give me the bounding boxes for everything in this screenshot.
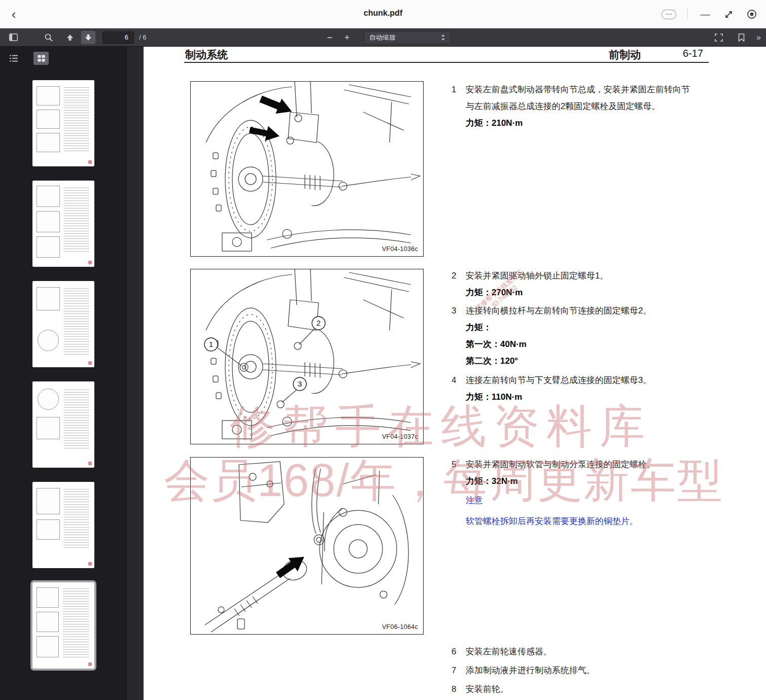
more-tools-button[interactable]: » [756, 33, 761, 42]
zoom-controls: − + 自动缩放 [322, 28, 451, 47]
zoom-select-label: 自动缩放 [369, 33, 396, 42]
step-text: 安装左前盘式制动器带转向节总成，安装并紧固左前转向节与左前减振器总成连接的2颗固… [466, 81, 691, 115]
page-header-number: 6-17 [683, 48, 703, 59]
callout-2: 2 [317, 319, 321, 327]
arrow-down-icon [85, 34, 92, 41]
figure-brake-knuckle-install: VF04-1036c [190, 81, 424, 257]
zoom-in-button[interactable]: + [339, 31, 355, 44]
minimize-icon: — [701, 9, 710, 20]
ellipsis-icon: ⋯ [666, 10, 672, 18]
step-number: 4 [451, 372, 463, 389]
divider [687, 9, 688, 20]
page-header-section: 制动系统 [185, 48, 228, 62]
step-text: 连接转向横拉杆与左前转向节连接的固定螺母2。 [466, 302, 691, 319]
fullscreen-icon [715, 33, 723, 42]
figure-brake-hose-install: VF06-1064c [190, 457, 424, 635]
figure-3-line-art [191, 458, 423, 634]
step-text: 安装并紧固制动软管与制动分泵连接的固定螺栓。 [466, 456, 691, 473]
pdf-page: 制动系统 前制动 6-17 [144, 47, 766, 700]
page-thumbnail-1[interactable] [30, 80, 97, 166]
thumb-logo [88, 662, 92, 666]
torque-pass-1: 第一次：40N·m [466, 336, 691, 353]
more-actions-button[interactable]: ⋯ [661, 10, 676, 19]
figure-2-line-art: 1 2 3 [191, 269, 423, 444]
step-text: 添加制动液并进行制动系统排气。 [466, 662, 691, 679]
note-text: 软管螺栓拆卸后再安装需要更换新的铜垫片。 [466, 513, 691, 530]
thumbnails-view-button[interactable] [33, 52, 49, 65]
torque-pass-2: 第二次：120° [466, 353, 691, 369]
step-6: 6 安装左前轮速传感器。 [451, 643, 708, 660]
screen-record-button[interactable] [746, 8, 758, 20]
step-number: 7 [451, 662, 463, 679]
search-button[interactable] [42, 31, 56, 44]
grid-icon [38, 55, 45, 62]
step-4: 4 连接左前转向节与下支臂总成连接的固定螺母3。 力矩：110N·m [451, 372, 708, 405]
figure-3-label: VF06-1064c [382, 623, 418, 631]
step-8: 8 安装前轮。 [451, 681, 708, 697]
bookmark-icon [738, 33, 745, 42]
sidebar-view-buttons [6, 52, 49, 65]
window-title: chunk.pdf [0, 9, 766, 18]
thumb-logo [88, 160, 92, 164]
step-number: 8 [451, 681, 463, 697]
zoom-out-button[interactable]: − [322, 31, 337, 44]
outline-icon [10, 55, 18, 62]
minimize-button[interactable]: — [699, 8, 711, 20]
pdf-viewer-app: ‹ chunk.pdf ⋯ — / 6 − [0, 0, 766, 700]
step-number: 1 [451, 81, 463, 98]
select-arrows-icon [441, 34, 445, 41]
torque-spec: 力矩：210N·m [466, 115, 691, 131]
bookmark-button[interactable] [734, 31, 748, 44]
step-3: 3 连接转向横拉杆与左前转向节连接的固定螺母2。 力矩： 第一次：40N·m 第… [451, 302, 708, 369]
figure-fastener-callouts: 1 2 3 VF04-1037c [190, 269, 424, 444]
figure-1-label: VF04-1036c [382, 246, 418, 253]
step-7: 7 添加制动液并进行制动系统排气。 [451, 662, 708, 679]
page-thumbnail-2[interactable] [30, 181, 97, 267]
record-icon [747, 9, 757, 19]
torque-spec: 力矩：110N·m [466, 389, 691, 405]
callout-3: 3 [298, 379, 302, 388]
callout-1: 1 [209, 340, 213, 348]
page-thumbnail-5[interactable] [30, 482, 97, 568]
page-thumbnail-3[interactable] [30, 281, 97, 367]
figure-2-label: VF04-1037c [382, 433, 418, 440]
browser-topbar: ‹ chunk.pdf ⋯ — [0, 0, 766, 28]
step-number: 3 [451, 302, 463, 319]
page-count-label: / 6 [139, 33, 146, 41]
figure-1-line-art [191, 82, 423, 256]
step-5: 5 安装并紧固制动软管与制动分泵连接的固定螺栓。 力矩：32N·m 注意 软管螺… [451, 456, 708, 530]
outline-view-button[interactable] [6, 52, 21, 65]
thumb-logo [88, 361, 92, 365]
step-text: 安装前轮。 [466, 681, 691, 697]
thumb-logo [88, 462, 92, 465]
toolbar-right-group: » [712, 28, 761, 47]
search-icon [45, 33, 53, 42]
sidebar-toggle-icon [9, 33, 18, 41]
page-thumbnail-6-selected[interactable] [30, 582, 97, 669]
window-actions: ⋯ — [661, 0, 758, 28]
next-page-button[interactable] [81, 31, 95, 44]
previous-page-button[interactable] [63, 31, 77, 44]
thumb-logo [88, 261, 92, 264]
expand-window-button[interactable] [722, 8, 735, 20]
page-thumbnail-4[interactable] [30, 381, 97, 468]
fullscreen-button[interactable] [712, 31, 726, 44]
thumbnail-list [0, 80, 126, 683]
step-number: 5 [451, 456, 463, 473]
sidebar-toggle-button[interactable] [6, 31, 20, 44]
page-number-input[interactable] [102, 31, 134, 44]
arrow-up-icon [66, 34, 74, 41]
thumbnail-sidebar [0, 47, 127, 700]
torque-spec: 力矩：32N·m [466, 473, 691, 489]
note-title: 注意 [466, 492, 691, 509]
pdf-toolbar: / 6 − + 自动缩放 » [0, 28, 766, 47]
thumb-logo [88, 562, 92, 566]
torque-spec: 力矩：270N·m [466, 284, 691, 301]
header-rule [184, 62, 709, 63]
step-1: 1 安装左前盘式制动器带转向节总成，安装并紧固左前转向节与左前减振器总成连接的2… [451, 81, 708, 131]
zoom-select[interactable]: 自动缩放 [364, 31, 451, 44]
torque-label: 力矩： [466, 319, 691, 336]
step-number: 2 [451, 267, 463, 284]
step-text: 安装并紧固驱动轴外锁止固定螺母1。 [466, 267, 691, 284]
step-text: 连接左前转向节与下支臂总成连接的固定螺母3。 [466, 372, 691, 389]
